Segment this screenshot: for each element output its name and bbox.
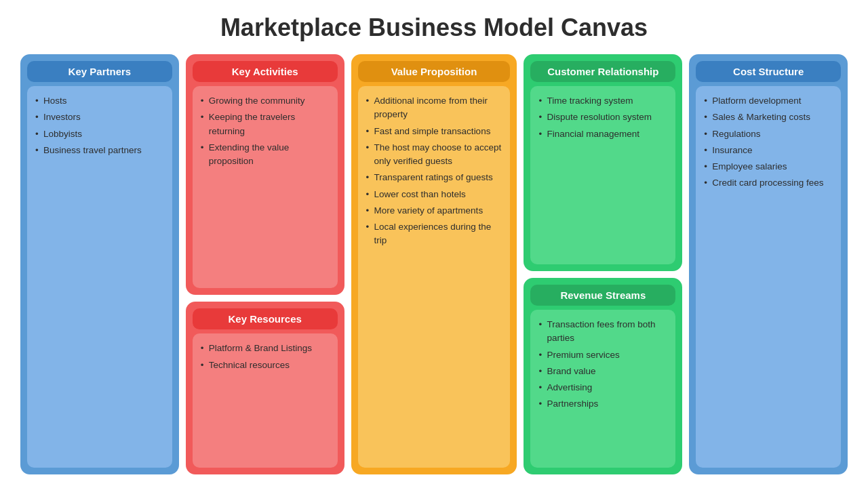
list-item: More variety of apartments — [365, 204, 504, 218]
column-value-proposition: Value Proposition Additional income from… — [351, 54, 517, 474]
key-partners-body: HostsInvestorsLobbyistsBusiness travel p… — [27, 86, 172, 468]
list-item: Brand value — [537, 365, 669, 378]
list-item: The host may choose to accept only verif… — [365, 141, 504, 169]
cost-structure-body: Platform developmentSales & Marketing co… — [696, 86, 841, 468]
cost-structure-list: Platform developmentSales & Marketing co… — [703, 94, 834, 190]
key-partners-header: Key Partners — [27, 61, 172, 82]
value-proposition-header: Value Proposition — [358, 61, 511, 82]
key-resources-header: Key Resources — [193, 308, 338, 329]
page-title: Marketplace Business Model Canvas — [220, 14, 648, 42]
customer-relationship-header: Customer Relationship — [530, 61, 675, 82]
list-item: Platform & Brand Listings — [199, 342, 331, 355]
card-revenue-streams: Revenue Streams Transaction fees from bo… — [524, 278, 682, 474]
list-item: Extending the value proposition — [199, 141, 331, 169]
key-partners-list: HostsInvestorsLobbyistsBusiness travel p… — [34, 94, 165, 157]
card-key-partners: Key Partners HostsInvestorsLobbyistsBusi… — [20, 54, 179, 474]
key-activities-list: Growing the communityKeeping the travele… — [199, 94, 331, 168]
key-activities-header: Key Activities — [193, 61, 338, 82]
list-item: Growing the community — [199, 94, 331, 108]
canvas-grid: Key Partners HostsInvestorsLobbyistsBusi… — [20, 54, 848, 474]
revenue-streams-list: Transaction fees from both partiesPremiu… — [537, 318, 669, 411]
list-item: Employee salaries — [703, 160, 834, 174]
list-item: Regulations — [703, 127, 834, 141]
list-item: Technical resources — [199, 359, 331, 372]
list-item: Transparent ratings of guests — [365, 171, 504, 184]
card-key-activities: Key Activities Growing the communityKeep… — [186, 54, 344, 295]
list-item: Dispute resolution system — [537, 110, 669, 124]
list-item: Premium services — [537, 348, 669, 362]
card-customer-relationship: Customer Relationship Time tracking syst… — [524, 54, 682, 271]
value-proposition-list: Additional income from their propertyFas… — [365, 94, 504, 248]
column-key-partners: Key Partners HostsInvestorsLobbyistsBusi… — [20, 54, 179, 474]
key-resources-list: Platform & Brand ListingsTechnical resou… — [199, 342, 331, 372]
list-item: Partnerships — [537, 397, 669, 411]
list-item: Lower cost than hotels — [365, 188, 504, 201]
key-activities-body: Growing the communityKeeping the travele… — [193, 86, 338, 288]
revenue-streams-header: Revenue Streams — [530, 285, 675, 306]
list-item: Insurance — [703, 144, 834, 157]
cost-structure-header: Cost Structure — [696, 61, 841, 82]
list-item: Additional income from their property — [365, 94, 504, 122]
list-item: Local experiences during the trip — [365, 220, 504, 248]
column-activities-resources: Key Activities Growing the communityKeep… — [186, 54, 344, 474]
customer-relationship-list: Time tracking systemDispute resolution s… — [537, 94, 669, 141]
list-item: Credit card processing fees — [703, 176, 834, 190]
list-item: Keeping the travelers returning — [199, 110, 331, 138]
list-item: Advertising — [537, 381, 669, 394]
list-item: Business travel partners — [34, 144, 165, 157]
list-item: Time tracking system — [537, 94, 669, 108]
column-cost-structure: Cost Structure Platform developmentSales… — [689, 54, 848, 474]
key-resources-body: Platform & Brand ListingsTechnical resou… — [193, 333, 338, 468]
list-item: Financial management — [537, 127, 669, 141]
list-item: Hosts — [34, 94, 165, 108]
list-item: Sales & Marketing costs — [703, 110, 834, 124]
value-proposition-body: Additional income from their propertyFas… — [358, 86, 511, 468]
card-cost-structure: Cost Structure Platform developmentSales… — [689, 54, 848, 474]
column-customer-revenue: Customer Relationship Time tracking syst… — [524, 54, 682, 474]
card-value-proposition: Value Proposition Additional income from… — [351, 54, 517, 474]
list-item: Platform development — [703, 94, 834, 108]
list-item: Transaction fees from both parties — [537, 318, 669, 346]
list-item: Investors — [34, 110, 165, 124]
list-item: Fast and simple transactions — [365, 125, 504, 138]
list-item: Lobbyists — [34, 127, 165, 141]
revenue-streams-body: Transaction fees from both partiesPremiu… — [530, 310, 675, 468]
card-key-resources: Key Resources Platform & Brand ListingsT… — [186, 302, 344, 474]
customer-relationship-body: Time tracking systemDispute resolution s… — [530, 86, 675, 264]
